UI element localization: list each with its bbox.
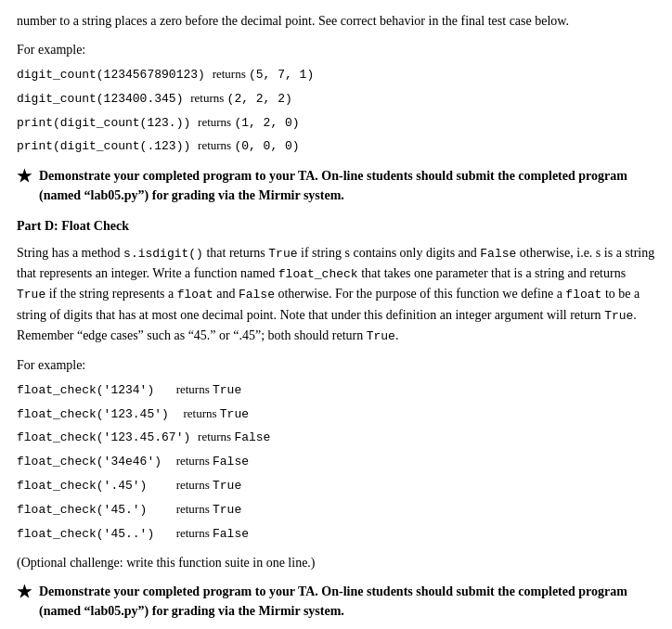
star-icon-2: ★ <box>17 582 32 603</box>
float-keyword-1: float <box>177 288 213 302</box>
float-check-func: float_check <box>278 267 358 281</box>
isdigit-method: s.isdigit() <box>123 247 203 261</box>
partd-example-2: float_check('123.45') returns True <box>17 404 655 425</box>
partc-returns-1: returns (5, 7, 1) <box>213 67 315 81</box>
partc-example-3: print(digit_count(123.)) returns (1, 2, … <box>17 113 655 134</box>
partd-description: String has a method s.isdigit() that ret… <box>17 243 655 346</box>
true-keyword-1: True <box>268 247 297 261</box>
star-icon-1: ★ <box>17 166 32 187</box>
partc-code-1: digit_count(1234567890123) <box>17 68 205 82</box>
partc-code-3: print(digit_count(123.)) <box>17 116 190 130</box>
true-keyword-3: True <box>604 309 633 323</box>
partc-example-2: digit_count(123400.345) returns (2, 2, 2… <box>17 89 655 109</box>
false-keyword-1: False <box>480 247 516 261</box>
partc-example-4: print(digit_count(.123)) returns (0, 0, … <box>17 136 655 157</box>
partd-star-text: Demonstrate your completed program to yo… <box>39 582 655 621</box>
partd-for-example-label: For example: <box>17 355 655 375</box>
partd-header: Part D: Float Check <box>17 216 655 236</box>
partd-example-5: float_check('.45') returns True <box>17 476 655 496</box>
partc-returns-2: returns (2, 2, 2) <box>190 91 292 105</box>
true-keyword-4: True <box>367 329 395 343</box>
partc-example-1: digit_count(1234567890123) returns (5, 7… <box>17 65 655 85</box>
float-keyword-2: float <box>565 288 601 302</box>
partc-star-text: Demonstrate your completed program to yo… <box>39 166 655 205</box>
false-keyword-2: False <box>239 288 275 302</box>
partd-example-4: float_check('34e46') returns False <box>17 452 655 472</box>
partc-returns-3: returns (1, 2, 0) <box>198 115 300 129</box>
partd-example-1: float_check('1234') returns True <box>17 380 655 401</box>
partc-code-4: print(digit_count(.123)) <box>17 139 190 153</box>
partd-examples-section: For example: float_check('1234') returns… <box>17 355 655 545</box>
partd-star-line: ★ Demonstrate your completed program to … <box>17 582 655 621</box>
partc-examples-section: For example: digit_count(1234567890123) … <box>17 40 655 157</box>
true-keyword-2: True <box>17 288 45 302</box>
optional-challenge: (Optional challenge: write this function… <box>17 553 655 572</box>
intro-paragraph: number to a string places a zero before … <box>17 11 655 31</box>
partc-returns-4: returns (0, 0, 0) <box>198 138 300 152</box>
partc-code-2: digit_count(123400.345) <box>17 92 183 106</box>
partd-example-3: float_check('123.45.67') returns False <box>17 428 655 448</box>
partd-example-7: float_check('45..') returns False <box>17 524 655 545</box>
partc-for-example-label: For example: <box>17 40 655 59</box>
partd-example-6: float_check('45.') returns True <box>17 500 655 520</box>
partc-star-line: ★ Demonstrate your completed program to … <box>17 166 655 205</box>
